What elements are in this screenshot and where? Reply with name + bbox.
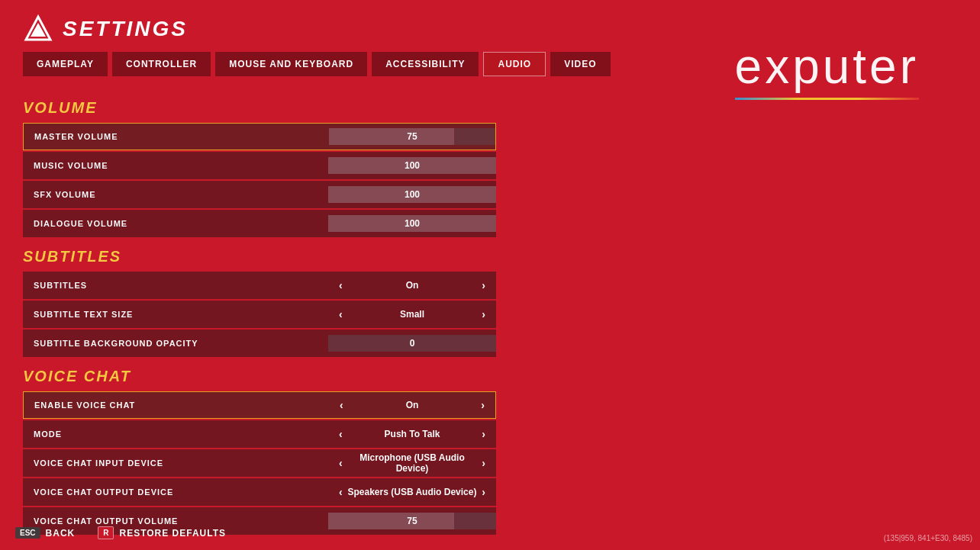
music-volume-slider[interactable]: 100 [328,157,496,174]
section-volume-title: VOLUME [23,99,496,117]
voice-input-device-value: Microphone (USB Audio Device) [347,452,478,474]
subtitles-value-area[interactable]: ‹ On › [328,279,496,291]
logo-icon [23,14,53,44]
exputer-logo: exputer [735,38,919,100]
coords: (135|959, 841+E30, 8485) [884,534,972,542]
voice-output-volume-slider[interactable]: 75 [328,513,496,529]
voice-input-device-selector[interactable]: ‹ Microphone (USB Audio Device) › [328,452,496,474]
voice-output-volume-display: 75 [407,516,417,526]
tab-gameplay[interactable]: GAMEPLAY [23,52,108,76]
dialogue-volume-slider[interactable]: 100 [328,215,496,232]
voice-input-device-prev[interactable]: ‹ [334,457,347,469]
voice-output-volume-value-area[interactable]: 75 [328,513,496,529]
voice-output-volume-label: VOICE CHAT OUTPUT VOLUME [23,516,328,526]
subtitle-bg-opacity-row: SUBTITLE BACKGROUND OPACITY 0 [23,330,496,357]
music-volume-value-area[interactable]: 100 [328,157,496,174]
voicechat-group: ENABLE VOICE CHAT ‹ On › MODE ‹ Push To … [23,391,496,535]
subtitles-group: SUBTITLES ‹ On › SUBTITLE TEXT SIZE ‹ Sm… [23,272,496,357]
subtitle-text-size-prev[interactable]: ‹ [334,308,347,320]
master-volume-row: MASTER VOLUME 75 [23,123,496,150]
subtitle-bg-opacity-value-area[interactable]: 0 [328,335,496,352]
tab-mouse-keyboard[interactable]: MOUSE AND KEYBOARD [215,52,367,76]
subtitle-text-size-value: Small [347,309,478,320]
subtitle-text-size-row: SUBTITLE TEXT SIZE ‹ Small › [23,301,496,328]
enable-voice-chat-value-area[interactable]: ‹ On › [329,399,495,411]
subtitle-text-size-value-area[interactable]: ‹ Small › [328,308,496,320]
voice-input-device-value-area[interactable]: ‹ Microphone (USB Audio Device) › [328,452,496,474]
subtitles-next[interactable]: › [477,279,490,291]
voice-output-device-value-area[interactable]: ‹ Speakers (USB Audio Device) › [328,486,496,498]
tab-controller[interactable]: CONTROLLER [112,52,211,76]
subtitles-row: SUBTITLES ‹ On › [23,272,496,299]
enable-voice-chat-row: ENABLE VOICE CHAT ‹ On › [23,391,496,419]
subtitle-bg-opacity-display: 0 [410,338,415,349]
voice-output-device-selector[interactable]: ‹ Speakers (USB Audio Device) › [328,486,496,498]
mode-value-area[interactable]: ‹ Push To Talk › [328,428,496,440]
voice-input-device-row: VOICE CHAT INPUT DEVICE ‹ Microphone (US… [23,449,496,477]
restore-button[interactable]: R RESTORE DEFAULTS [98,526,226,539]
mode-value: Push To Talk [347,429,478,439]
volume-group: MASTER VOLUME 75 MUSIC VOLUME 100 SFX VO… [23,123,496,237]
tab-audio[interactable]: AUDIO [483,52,546,76]
sfx-volume-row: SFX VOLUME 100 [23,181,496,208]
enable-voice-chat-selector[interactable]: ‹ On › [329,399,495,411]
subtitle-text-size-next[interactable]: › [477,308,490,320]
dialogue-volume-row: DIALOGUE VOLUME 100 [23,210,496,237]
voice-input-device-label: VOICE CHAT INPUT DEVICE [23,458,328,468]
exputer-text: exputer [735,38,919,95]
music-volume-label: MUSIC VOLUME [23,161,328,170]
dialogue-volume-display: 100 [405,218,420,229]
sfx-volume-display: 100 [405,189,420,200]
subtitles-selector[interactable]: ‹ On › [328,279,496,291]
enable-voice-chat-value: On [348,400,477,410]
voice-input-device-next[interactable]: › [477,457,490,469]
voice-output-device-prev[interactable]: ‹ [334,486,347,498]
dialogue-volume-label: DIALOGUE VOLUME [23,219,328,228]
restore-key: R [98,526,114,539]
enable-voice-chat-label: ENABLE VOICE CHAT [24,400,329,410]
music-volume-display: 100 [405,160,420,171]
subtitle-bg-opacity-slider[interactable]: 0 [328,335,496,352]
enable-voice-chat-prev[interactable]: ‹ [335,399,348,411]
master-volume-slider[interactable]: 75 [329,128,495,145]
page-title: SETTINGS [63,17,188,41]
mode-label: MODE [23,429,328,439]
back-key: ESC [15,527,40,539]
restore-label: RESTORE DEFAULTS [119,528,226,539]
enable-voice-chat-next[interactable]: › [476,399,489,411]
voice-output-device-row: VOICE CHAT OUTPUT DEVICE ‹ Speakers (USB… [23,478,496,506]
sfx-volume-label: SFX VOLUME [23,190,328,199]
subtitles-prev[interactable]: ‹ [334,279,347,291]
voice-output-device-value: Speakers (USB Audio Device) [347,487,478,497]
master-volume-value-area[interactable]: 75 [329,128,495,145]
tab-video[interactable]: VIDEO [550,52,610,76]
exputer-underline [735,98,919,100]
sfx-volume-slider[interactable]: 100 [328,186,496,203]
back-button[interactable]: ESC BACK [15,527,75,539]
sfx-volume-value-area[interactable]: 100 [328,186,496,203]
dialogue-volume-value-area[interactable]: 100 [328,215,496,232]
mode-next[interactable]: › [477,428,490,440]
subtitle-text-size-label: SUBTITLE TEXT SIZE [23,310,328,319]
footer: ESC BACK R RESTORE DEFAULTS [15,526,226,539]
music-volume-row: MUSIC VOLUME 100 [23,152,496,179]
voice-output-device-label: VOICE CHAT OUTPUT DEVICE [23,487,328,497]
master-volume-display: 75 [407,131,417,142]
subtitles-label: SUBTITLES [23,281,328,290]
section-voicechat-title: VOICE CHAT [23,368,496,385]
main-content: VOLUME MASTER VOLUME 75 MUSIC VOLUME 100… [0,99,519,535]
mode-prev[interactable]: ‹ [334,428,347,440]
mode-selector[interactable]: ‹ Push To Talk › [328,428,496,440]
mode-row: MODE ‹ Push To Talk › [23,420,496,448]
subtitle-text-size-selector[interactable]: ‹ Small › [328,308,496,320]
tab-accessibility[interactable]: ACCESSIBILITY [372,52,479,76]
master-volume-label: MASTER VOLUME [24,132,329,141]
back-label: BACK [46,528,76,539]
subtitles-value: On [347,280,478,291]
section-subtitles-title: SUBTITLES [23,248,496,265]
subtitle-bg-opacity-label: SUBTITLE BACKGROUND OPACITY [23,339,328,348]
voice-output-device-next[interactable]: › [477,486,490,498]
